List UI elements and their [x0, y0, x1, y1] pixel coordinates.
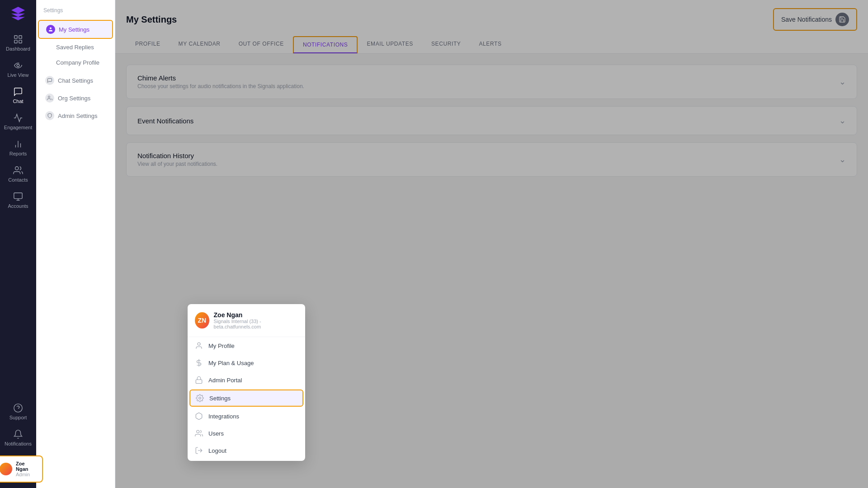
dropdown-item-integrations[interactable]: Integrations [188, 408, 305, 425]
dropdown-item-logout[interactable]: Logout [188, 442, 305, 459]
sidebar-item-notifications[interactable]: Notifications [4, 426, 33, 450]
settings-item-saved-replies-label: Saved Replies [56, 44, 94, 51]
dropdown-item-my-profile-label: My Profile [208, 343, 235, 349]
svg-rect-9 [14, 193, 22, 199]
dropdown-item-admin-portal-label: Admin Portal [208, 377, 242, 384]
settings-item-company-profile-label: Company Profile [56, 59, 99, 66]
dropdown-item-users-label: Users [208, 430, 224, 437]
sidebar-item-engagement[interactable]: Engagement [4, 109, 33, 134]
sidebar-item-notifications-label: Notifications [5, 441, 32, 446]
dropdown-user-company: Signals Internal (33) - beta.chatfunnels… [214, 319, 298, 329]
sidebar-item-contacts-label: Contacts [8, 177, 28, 183]
sidebar-item-reports[interactable]: Reports [4, 136, 33, 160]
dropdown-item-my-plan[interactable]: My Plan & Usage [188, 354, 305, 371]
admin-settings-icon [45, 111, 54, 120]
sidebar-item-chat-label: Chat [13, 99, 23, 104]
sidebar-item-accounts[interactable]: Accounts [4, 188, 33, 212]
sidebar-item-chat[interactable]: Chat [4, 83, 33, 108]
sidebar-item-accounts-label: Accounts [8, 203, 28, 209]
settings-sidebar: Settings My Settings Saved Replies Compa… [36, 0, 115, 488]
dropdown-popup: ZN Zoe Ngan Signals Internal (33) - beta… [188, 304, 305, 461]
dropdown-item-logout-label: Logout [208, 447, 226, 454]
person-icon [46, 25, 55, 34]
svg-rect-18 [196, 380, 202, 383]
avatar [0, 463, 12, 475]
settings-item-admin-settings[interactable]: Admin Settings [38, 107, 113, 124]
dropdown-item-integrations-label: Integrations [208, 413, 239, 420]
sidebar-item-reports-label: Reports [9, 151, 27, 156]
svg-point-8 [15, 167, 19, 170]
chat-settings-icon [45, 76, 54, 85]
settings-item-admin-settings-label: Admin Settings [58, 113, 97, 119]
org-settings-icon [45, 94, 54, 103]
sidebar-item-engagement-label: Engagement [4, 125, 32, 130]
svg-point-20 [197, 430, 199, 433]
left-nav: Dashboard Live View Chat Engagement Repo… [0, 0, 36, 488]
dropdown-item-my-plan-label: My Plan & Usage [208, 360, 254, 366]
settings-item-chat-settings-label: Chat Settings [58, 77, 93, 84]
svg-point-15 [48, 96, 50, 98]
svg-point-4 [17, 64, 19, 67]
sidebar-item-contacts[interactable]: Contacts [4, 162, 33, 186]
dropdown-user-header: ZN Zoe Ngan Signals Internal (33) - beta… [188, 304, 305, 337]
sidebar-item-support-label: Support [9, 415, 27, 420]
settings-item-my-settings-label: My Settings [59, 26, 90, 33]
nav-user-card[interactable]: Zoe Ngan Admin [0, 455, 43, 483]
sidebar-item-live-view-label: Live View [8, 72, 29, 78]
settings-item-org-settings-label: Org Settings [58, 95, 90, 102]
svg-rect-3 [19, 40, 22, 43]
settings-item-saved-replies[interactable]: Saved Replies [38, 40, 113, 55]
svg-rect-2 [14, 40, 17, 43]
sidebar-item-dashboard[interactable]: Dashboard [4, 31, 33, 55]
dropdown-item-users[interactable]: Users [188, 425, 305, 442]
dropdown-item-settings[interactable]: Settings [189, 389, 303, 407]
svg-point-14 [50, 28, 52, 29]
sidebar-item-dashboard-label: Dashboard [6, 46, 30, 52]
settings-item-org-settings[interactable]: Org Settings [38, 89, 113, 107]
svg-point-12 [14, 404, 22, 412]
svg-point-16 [198, 343, 200, 345]
nav-user-name: Zoe Ngan [16, 461, 37, 472]
settings-item-chat-settings[interactable]: Chat Settings [38, 72, 113, 89]
dropdown-item-admin-portal[interactable]: Admin Portal [188, 371, 305, 389]
settings-sidebar-title: Settings [36, 4, 115, 19]
main-content: My Settings Save Notifications PROFILE M… [115, 0, 868, 488]
sidebar-item-live-view[interactable]: Live View [4, 57, 33, 81]
app-logo [10, 5, 26, 22]
dropdown-user-name: Zoe Ngan [214, 311, 298, 319]
svg-point-19 [199, 397, 201, 399]
svg-rect-1 [19, 36, 22, 38]
settings-item-my-settings[interactable]: My Settings [38, 20, 113, 39]
settings-item-company-profile[interactable]: Company Profile [38, 55, 113, 70]
dropdown-avatar: ZN [195, 312, 209, 328]
dropdown-item-settings-label: Settings [209, 395, 231, 402]
nav-user-role: Admin [16, 472, 37, 477]
svg-rect-0 [14, 36, 17, 38]
dropdown-item-my-profile[interactable]: My Profile [188, 337, 305, 354]
sidebar-item-support[interactable]: Support [4, 399, 33, 424]
